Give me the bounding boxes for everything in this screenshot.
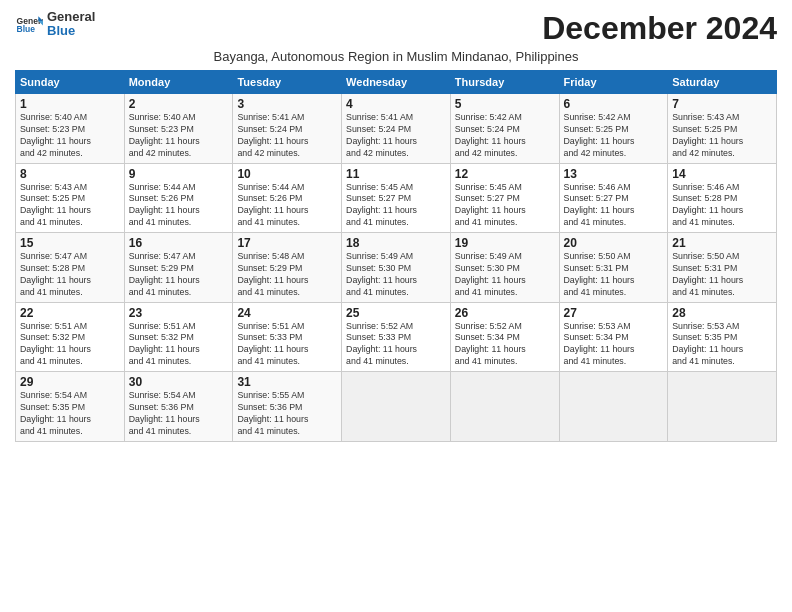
day-number: 2 <box>129 97 229 111</box>
calendar-cell: 24Sunrise: 5:51 AM Sunset: 5:33 PM Dayli… <box>233 302 342 372</box>
day-info: Sunrise: 5:42 AM Sunset: 5:24 PM Dayligh… <box>455 112 555 160</box>
logo: General Blue General Blue <box>15 10 95 39</box>
day-number: 23 <box>129 306 229 320</box>
day-number: 9 <box>129 167 229 181</box>
calendar-cell: 1Sunrise: 5:40 AM Sunset: 5:23 PM Daylig… <box>16 94 125 164</box>
day-number: 28 <box>672 306 772 320</box>
calendar-table: SundayMondayTuesdayWednesdayThursdayFrid… <box>15 70 777 442</box>
day-info: Sunrise: 5:40 AM Sunset: 5:23 PM Dayligh… <box>129 112 229 160</box>
day-number: 29 <box>20 375 120 389</box>
calendar-cell: 25Sunrise: 5:52 AM Sunset: 5:33 PM Dayli… <box>342 302 451 372</box>
calendar-cell: 12Sunrise: 5:45 AM Sunset: 5:27 PM Dayli… <box>450 163 559 233</box>
calendar-week-4: 22Sunrise: 5:51 AM Sunset: 5:32 PM Dayli… <box>16 302 777 372</box>
day-number: 24 <box>237 306 337 320</box>
day-number: 20 <box>564 236 664 250</box>
day-info: Sunrise: 5:49 AM Sunset: 5:30 PM Dayligh… <box>346 251 446 299</box>
day-info: Sunrise: 5:54 AM Sunset: 5:36 PM Dayligh… <box>129 390 229 438</box>
calendar-cell: 27Sunrise: 5:53 AM Sunset: 5:34 PM Dayli… <box>559 302 668 372</box>
calendar-cell: 7Sunrise: 5:43 AM Sunset: 5:25 PM Daylig… <box>668 94 777 164</box>
day-number: 3 <box>237 97 337 111</box>
day-info: Sunrise: 5:53 AM Sunset: 5:35 PM Dayligh… <box>672 321 772 369</box>
day-info: Sunrise: 5:48 AM Sunset: 5:29 PM Dayligh… <box>237 251 337 299</box>
calendar-cell <box>450 372 559 442</box>
calendar-cell: 28Sunrise: 5:53 AM Sunset: 5:35 PM Dayli… <box>668 302 777 372</box>
calendar-week-2: 8Sunrise: 5:43 AM Sunset: 5:25 PM Daylig… <box>16 163 777 233</box>
col-header-tuesday: Tuesday <box>233 71 342 94</box>
calendar-cell: 9Sunrise: 5:44 AM Sunset: 5:26 PM Daylig… <box>124 163 233 233</box>
calendar-cell <box>342 372 451 442</box>
day-info: Sunrise: 5:42 AM Sunset: 5:25 PM Dayligh… <box>564 112 664 160</box>
calendar-cell: 15Sunrise: 5:47 AM Sunset: 5:28 PM Dayli… <box>16 233 125 303</box>
day-info: Sunrise: 5:43 AM Sunset: 5:25 PM Dayligh… <box>20 182 120 230</box>
day-info: Sunrise: 5:45 AM Sunset: 5:27 PM Dayligh… <box>346 182 446 230</box>
day-number: 15 <box>20 236 120 250</box>
calendar-cell: 14Sunrise: 5:46 AM Sunset: 5:28 PM Dayli… <box>668 163 777 233</box>
col-header-saturday: Saturday <box>668 71 777 94</box>
calendar-week-1: 1Sunrise: 5:40 AM Sunset: 5:23 PM Daylig… <box>16 94 777 164</box>
day-info: Sunrise: 5:40 AM Sunset: 5:23 PM Dayligh… <box>20 112 120 160</box>
calendar-cell: 3Sunrise: 5:41 AM Sunset: 5:24 PM Daylig… <box>233 94 342 164</box>
calendar-cell: 18Sunrise: 5:49 AM Sunset: 5:30 PM Dayli… <box>342 233 451 303</box>
day-number: 11 <box>346 167 446 181</box>
day-info: Sunrise: 5:46 AM Sunset: 5:28 PM Dayligh… <box>672 182 772 230</box>
day-info: Sunrise: 5:44 AM Sunset: 5:26 PM Dayligh… <box>129 182 229 230</box>
day-number: 22 <box>20 306 120 320</box>
day-info: Sunrise: 5:44 AM Sunset: 5:26 PM Dayligh… <box>237 182 337 230</box>
col-header-sunday: Sunday <box>16 71 125 94</box>
day-number: 30 <box>129 375 229 389</box>
calendar-body: 1Sunrise: 5:40 AM Sunset: 5:23 PM Daylig… <box>16 94 777 442</box>
calendar-cell: 2Sunrise: 5:40 AM Sunset: 5:23 PM Daylig… <box>124 94 233 164</box>
calendar-week-3: 15Sunrise: 5:47 AM Sunset: 5:28 PM Dayli… <box>16 233 777 303</box>
day-number: 8 <box>20 167 120 181</box>
day-info: Sunrise: 5:51 AM Sunset: 5:33 PM Dayligh… <box>237 321 337 369</box>
day-number: 14 <box>672 167 772 181</box>
day-number: 12 <box>455 167 555 181</box>
day-info: Sunrise: 5:41 AM Sunset: 5:24 PM Dayligh… <box>346 112 446 160</box>
calendar-header-row: SundayMondayTuesdayWednesdayThursdayFrid… <box>16 71 777 94</box>
day-number: 19 <box>455 236 555 250</box>
calendar-week-5: 29Sunrise: 5:54 AM Sunset: 5:35 PM Dayli… <box>16 372 777 442</box>
day-info: Sunrise: 5:47 AM Sunset: 5:28 PM Dayligh… <box>20 251 120 299</box>
day-number: 1 <box>20 97 120 111</box>
day-info: Sunrise: 5:46 AM Sunset: 5:27 PM Dayligh… <box>564 182 664 230</box>
day-number: 27 <box>564 306 664 320</box>
day-info: Sunrise: 5:45 AM Sunset: 5:27 PM Dayligh… <box>455 182 555 230</box>
col-header-monday: Monday <box>124 71 233 94</box>
col-header-wednesday: Wednesday <box>342 71 451 94</box>
day-number: 5 <box>455 97 555 111</box>
calendar-cell: 16Sunrise: 5:47 AM Sunset: 5:29 PM Dayli… <box>124 233 233 303</box>
calendar-cell: 26Sunrise: 5:52 AM Sunset: 5:34 PM Dayli… <box>450 302 559 372</box>
day-info: Sunrise: 5:52 AM Sunset: 5:33 PM Dayligh… <box>346 321 446 369</box>
calendar-cell: 4Sunrise: 5:41 AM Sunset: 5:24 PM Daylig… <box>342 94 451 164</box>
calendar-cell: 29Sunrise: 5:54 AM Sunset: 5:35 PM Dayli… <box>16 372 125 442</box>
day-info: Sunrise: 5:41 AM Sunset: 5:24 PM Dayligh… <box>237 112 337 160</box>
calendar-cell: 6Sunrise: 5:42 AM Sunset: 5:25 PM Daylig… <box>559 94 668 164</box>
calendar-cell: 10Sunrise: 5:44 AM Sunset: 5:26 PM Dayli… <box>233 163 342 233</box>
calendar-cell: 13Sunrise: 5:46 AM Sunset: 5:27 PM Dayli… <box>559 163 668 233</box>
day-number: 16 <box>129 236 229 250</box>
day-number: 25 <box>346 306 446 320</box>
calendar-cell: 8Sunrise: 5:43 AM Sunset: 5:25 PM Daylig… <box>16 163 125 233</box>
day-number: 18 <box>346 236 446 250</box>
calendar-cell: 17Sunrise: 5:48 AM Sunset: 5:29 PM Dayli… <box>233 233 342 303</box>
day-number: 26 <box>455 306 555 320</box>
page-subtitle: Bayanga, Autonomous Region in Muslim Min… <box>15 49 777 64</box>
calendar-cell: 31Sunrise: 5:55 AM Sunset: 5:36 PM Dayli… <box>233 372 342 442</box>
day-info: Sunrise: 5:55 AM Sunset: 5:36 PM Dayligh… <box>237 390 337 438</box>
logo-icon: General Blue <box>15 10 43 38</box>
day-info: Sunrise: 5:51 AM Sunset: 5:32 PM Dayligh… <box>20 321 120 369</box>
day-info: Sunrise: 5:50 AM Sunset: 5:31 PM Dayligh… <box>672 251 772 299</box>
day-info: Sunrise: 5:50 AM Sunset: 5:31 PM Dayligh… <box>564 251 664 299</box>
calendar-cell: 23Sunrise: 5:51 AM Sunset: 5:32 PM Dayli… <box>124 302 233 372</box>
calendar-cell: 5Sunrise: 5:42 AM Sunset: 5:24 PM Daylig… <box>450 94 559 164</box>
day-info: Sunrise: 5:43 AM Sunset: 5:25 PM Dayligh… <box>672 112 772 160</box>
day-info: Sunrise: 5:47 AM Sunset: 5:29 PM Dayligh… <box>129 251 229 299</box>
col-header-friday: Friday <box>559 71 668 94</box>
day-number: 4 <box>346 97 446 111</box>
day-number: 13 <box>564 167 664 181</box>
calendar-cell <box>668 372 777 442</box>
svg-text:Blue: Blue <box>17 24 36 34</box>
day-info: Sunrise: 5:49 AM Sunset: 5:30 PM Dayligh… <box>455 251 555 299</box>
day-info: Sunrise: 5:52 AM Sunset: 5:34 PM Dayligh… <box>455 321 555 369</box>
day-number: 6 <box>564 97 664 111</box>
